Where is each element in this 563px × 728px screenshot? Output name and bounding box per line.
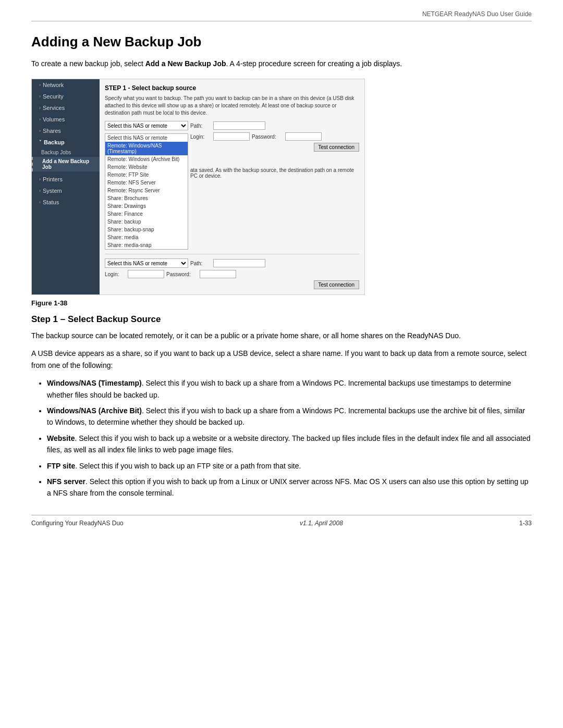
bullet-item-2: Website. Select this if you wish to back…: [47, 433, 532, 456]
bullet-text-2: . Select this if you wish to back up a w…: [47, 434, 531, 454]
intro-text-before: To create a new backup job, select: [31, 59, 145, 68]
dest-login-row: Login: Password:: [105, 270, 359, 278]
dropdown-item-11[interactable]: Share: backup-snap: [105, 226, 188, 233]
step1-para1: The backup source can be located remotel…: [31, 330, 532, 341]
sidebar-item-volumes[interactable]: › Volumes: [32, 114, 100, 125]
bullet-bold-4: NFS server: [47, 477, 85, 486]
right-side-form: Login: Password: Test connection ata sav…: [190, 132, 359, 250]
page-footer: Configuring Your ReadyNAS Duo v1.1, Apri…: [31, 515, 532, 527]
sidebar-label-backup: Backup: [44, 139, 65, 145]
footer-left: Configuring Your ReadyNAS Duo: [31, 520, 124, 527]
sidebar-sub-backup-jobs[interactable]: Backup Jobs: [32, 148, 100, 157]
arrow-icon: ›: [39, 105, 41, 110]
dropdown-item-4[interactable]: Remote: FTP Site: [105, 171, 188, 179]
sidebar-label-network: Network: [43, 82, 64, 88]
test-connection-button[interactable]: Test connection: [314, 143, 360, 152]
sidebar-item-security[interactable]: › Security: [32, 91, 100, 102]
step1-heading: Step 1 – Select Backup Source: [31, 314, 532, 325]
intro-paragraph: To create a new backup job, select Add a…: [31, 58, 532, 69]
dropdown-item-8[interactable]: Share: Drawings: [105, 202, 188, 210]
intro-bold: Add a New Backup Job: [145, 59, 226, 68]
sidebar-label-status: Status: [43, 199, 59, 205]
source-dropdown-list[interactable]: Select this NAS or remote Remote: Window…: [105, 133, 188, 250]
dropdown-item-3[interactable]: Remote: Website: [105, 163, 188, 171]
dropdown-item-6[interactable]: Remote: Rsync Server: [105, 187, 188, 194]
dropdown-item-13[interactable]: Share: media-snap: [105, 241, 188, 249]
dropdown-item-12[interactable]: Share: media: [105, 233, 188, 241]
dest-desc: ata saved. As with the backup source, th…: [190, 167, 359, 179]
bullet-bold-1: Windows/NAS (Archive Bit): [47, 406, 142, 415]
path-label: Path:: [190, 123, 211, 129]
arrow-icon: ›: [39, 128, 41, 133]
page-header: NETGEAR ReadyNAS Duo User Guide: [31, 10, 532, 21]
password-label: Password:: [252, 134, 283, 140]
source-select[interactable]: Select this NAS or remote: [105, 121, 188, 130]
bullet-item-1: Windows/NAS (Archive Bit). Select this i…: [47, 405, 532, 428]
dest-path-input[interactable]: [213, 259, 265, 267]
main-panel: STEP 1 - Select backup source Specify wh…: [100, 79, 364, 294]
dropdown-item-10[interactable]: Share: backup: [105, 218, 188, 226]
dropdown-item-5[interactable]: Remote: NFS Server: [105, 179, 188, 187]
sidebar-item-network[interactable]: › Network: [32, 79, 100, 91]
arrow-icon: ›: [39, 200, 41, 205]
bullet-bold-2: Website: [47, 434, 75, 442]
bullet-list: Windows/NAS (Timestamp). Select this if …: [47, 377, 532, 499]
dropdown-open-area: Select this NAS or remote Remote: Window…: [105, 132, 359, 250]
header-title: NETGEAR ReadyNAS Duo User Guide: [422, 10, 532, 18]
footer-center: v1.1, April 2008: [300, 520, 343, 527]
bullet-item-3: FTP site. Select this if you wish to bac…: [47, 460, 532, 472]
sidebar-item-services[interactable]: › Services: [32, 102, 100, 114]
bullet-item-4: NFS server. Select this option if you wi…: [47, 476, 532, 499]
sidebar-item-status[interactable]: › Status: [32, 196, 100, 208]
sidebar-label-services: Services: [43, 105, 65, 111]
section-separator: [105, 254, 359, 254]
intro-text-after: . A 4-step procedure screen for creating…: [226, 59, 402, 68]
source-row: Select this NAS or remote Path:: [105, 121, 359, 130]
password-input[interactable]: [285, 132, 322, 141]
dest-path-label: Path:: [190, 261, 211, 266]
dest-select-row: Select this NAS or remote Path:: [105, 258, 359, 268]
figure-caption: Figure 1-38: [31, 299, 532, 307]
dest-test-connection-area: Test connection: [105, 280, 359, 289]
sidebar-item-shares[interactable]: › Shares: [32, 125, 100, 137]
footer-right: 1-33: [519, 520, 532, 527]
page-title: Adding a New Backup Job: [31, 34, 532, 50]
bullet-text-4: . Select this option if you wish to back…: [47, 477, 529, 497]
sidebar-label-shares: Shares: [43, 128, 61, 134]
arrow-icon: ›: [39, 82, 41, 88]
sidebar-label-system: System: [43, 188, 62, 194]
dropdown-item-1[interactable]: Remote: Windows/NAS (Timestamp): [105, 142, 188, 155]
dest-password-input[interactable]: [200, 270, 236, 278]
dropdown-item-2[interactable]: Remote: Windows (Archive Bit): [105, 155, 188, 163]
bullet-item-0: Windows/NAS (Timestamp). Select this if …: [47, 377, 532, 401]
dropdown-item-7[interactable]: Share: Brochures: [105, 194, 188, 202]
dest-test-connection-button[interactable]: Test connection: [314, 280, 360, 289]
dest-password-label: Password:: [166, 272, 198, 277]
sidebar-item-system[interactable]: › System: [32, 185, 100, 196]
arrow-icon: ›: [39, 94, 41, 99]
source-path-input[interactable]: [213, 121, 265, 130]
bullet-bold-0: Windows/NAS (Timestamp): [47, 379, 142, 387]
nav-sidebar: › Network › Security › Services › Volume…: [32, 79, 100, 294]
step1-para2: A USB device appears as a share, so if y…: [31, 348, 532, 371]
sidebar-item-backup[interactable]: ˅ Backup: [32, 137, 100, 148]
sidebar-label-printers: Printers: [43, 176, 63, 182]
arrow-icon: ˅: [39, 140, 42, 145]
screenshot-figure: › Network › Security › Services › Volume…: [31, 79, 365, 295]
dest-select[interactable]: Select this NAS or remote: [105, 258, 188, 268]
login-label: Login:: [190, 134, 211, 140]
dropdown-item-0[interactable]: Select this NAS or remote: [105, 134, 188, 142]
sidebar-label-volumes: Volumes: [43, 116, 65, 122]
bullet-text-3: . Select this if you wish to back up an …: [75, 462, 301, 470]
sidebar-sub-add-backup-job[interactable]: Add a New Backup Job: [32, 157, 100, 171]
dropdown-item-9[interactable]: Share: Finance: [105, 210, 188, 218]
arrow-icon: ›: [39, 117, 41, 122]
test-connection-area: Test connection: [190, 143, 359, 152]
login-row: Login: Password:: [190, 132, 359, 141]
arrow-icon: ›: [39, 177, 41, 182]
login-input[interactable]: [213, 132, 250, 141]
dest-login-label: Login:: [105, 272, 126, 277]
sidebar-item-printers[interactable]: › Printers: [32, 174, 100, 185]
dest-login-input[interactable]: [128, 270, 164, 278]
step-desc: Specify what you want to backup. The pat…: [105, 95, 359, 117]
